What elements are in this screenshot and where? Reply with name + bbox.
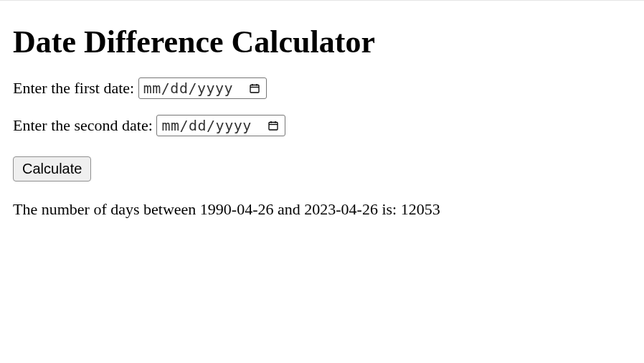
- page-title: Date Difference Calculator: [13, 24, 631, 60]
- calendar-icon[interactable]: [249, 82, 260, 94]
- first-date-placeholder: mm/dd/yyyy: [143, 81, 233, 95]
- calendar-icon[interactable]: [267, 120, 279, 131]
- second-date-input[interactable]: mm/dd/yyyy: [156, 115, 285, 136]
- second-date-label: Enter the second date:: [13, 116, 156, 134]
- svg-rect-4: [269, 123, 278, 131]
- svg-rect-0: [250, 85, 259, 93]
- second-date-row: Enter the second date: mm/dd/yyyy: [13, 115, 631, 136]
- second-date-placeholder: mm/dd/yyyy: [161, 118, 251, 133]
- calculate-button[interactable]: Calculate: [13, 156, 91, 182]
- first-date-label: Enter the first date:: [13, 79, 138, 97]
- first-date-input[interactable]: mm/dd/yyyy: [138, 77, 267, 99]
- result-text: The number of days between 1990-04-26 an…: [13, 200, 631, 219]
- first-date-row: Enter the first date: mm/dd/yyyy: [13, 77, 631, 99]
